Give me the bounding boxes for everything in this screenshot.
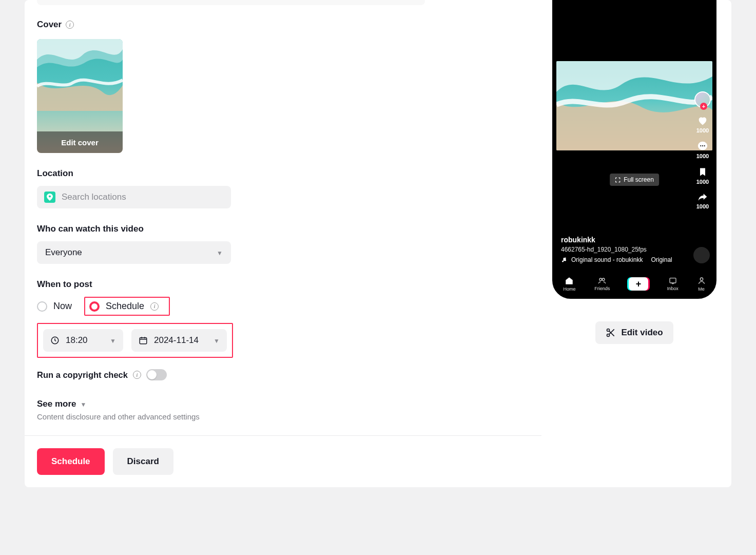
privacy-select[interactable]: Everyone ▼: [37, 241, 231, 264]
radio-option-schedule[interactable]: Schedule i: [89, 301, 159, 312]
bookmark-icon: [697, 166, 708, 178]
clock-icon: [50, 336, 60, 345]
info-icon[interactable]: i: [66, 21, 74, 29]
nav-me[interactable]: Me: [697, 276, 706, 292]
svg-point-6: [562, 261, 564, 262]
svg-point-4: [702, 145, 703, 146]
cover-label: Cover i: [37, 20, 529, 30]
video-preview-frame: [556, 61, 712, 150]
preview-username: robukinkk: [561, 236, 672, 244]
svg-rect-1: [140, 338, 147, 344]
chevron-down-icon: ▼: [214, 337, 220, 345]
radio-option-schedule-highlight: Schedule i: [84, 297, 170, 316]
heart-icon: [697, 115, 708, 126]
schedule-date-value: 2024-11-14: [154, 335, 199, 346]
phone-preview: + 1000 1000 1000 1000: [552, 0, 716, 299]
svg-point-7: [565, 260, 566, 261]
radio-schedule-label: Schedule: [106, 301, 144, 312]
see-more-label: See more: [37, 399, 76, 409]
info-icon[interactable]: i: [133, 371, 141, 379]
preview-filename: 4662765-hd_1920_1080_25fps: [561, 246, 672, 253]
profile-icon: [697, 276, 706, 285]
see-more-subtitle: Content disclosure and other advanced se…: [37, 412, 529, 421]
follow-plus-icon[interactable]: +: [700, 103, 707, 110]
svg-point-8: [599, 278, 602, 281]
comment-icon: [697, 141, 708, 152]
chevron-down-icon: ▼: [217, 250, 223, 257]
comment-stat[interactable]: 1000: [696, 141, 709, 159]
schedule-time-value: 18:20: [66, 335, 88, 346]
music-note-icon: [561, 257, 567, 263]
friends-icon: [597, 277, 607, 285]
privacy-label: Who can watch this video: [37, 224, 529, 234]
location-pin-icon: [44, 192, 55, 203]
svg-point-12: [607, 329, 610, 332]
bookmark-stat[interactable]: 1000: [696, 166, 709, 185]
location-search-input[interactable]: [37, 186, 231, 208]
schedule-time-select[interactable]: 18:20 ▼: [43, 329, 123, 352]
like-stat[interactable]: 1000: [696, 115, 709, 133]
nav-upload-button[interactable]: +: [629, 277, 648, 291]
home-icon: [565, 276, 574, 285]
svg-point-5: [704, 145, 705, 146]
phone-bottom-nav: Home Friends + Inbox Me: [554, 271, 715, 297]
fullscreen-button[interactable]: Full screen: [610, 174, 659, 186]
chevron-down-icon: ▼: [81, 401, 87, 408]
svg-point-13: [607, 334, 610, 337]
schedule-date-select[interactable]: 2024-11-14 ▼: [131, 329, 227, 352]
radio-now-label: Now: [53, 301, 72, 312]
chevron-down-icon: ▼: [110, 337, 116, 345]
caption-input-collapsed[interactable]: [37, 0, 425, 5]
share-icon: [697, 192, 708, 202]
location-input-field[interactable]: [62, 192, 224, 202]
radio-option-now[interactable]: Now: [37, 301, 72, 312]
svg-point-3: [700, 145, 701, 146]
nav-inbox[interactable]: Inbox: [667, 277, 679, 291]
preview-sound: Original sound - robukinkk Original: [561, 256, 672, 263]
cover-label-text: Cover: [37, 20, 62, 30]
share-stat[interactable]: 1000: [696, 192, 709, 209]
info-icon[interactable]: i: [150, 302, 159, 311]
radio-on-icon: [89, 301, 100, 312]
location-label: Location: [37, 168, 529, 179]
schedule-datetime-highlight: 18:20 ▼ 2024-11-14 ▼: [37, 323, 233, 358]
edit-cover-button[interactable]: Edit cover: [37, 131, 123, 153]
preview-avatar[interactable]: +: [694, 91, 711, 108]
calendar-icon: [139, 336, 148, 345]
divider: [25, 435, 541, 436]
privacy-selected-value: Everyone: [45, 247, 82, 258]
fullscreen-icon: [615, 177, 621, 183]
discard-button[interactable]: Discard: [113, 448, 173, 475]
svg-rect-10: [670, 278, 676, 283]
svg-point-9: [603, 278, 605, 281]
inbox-icon: [668, 277, 677, 285]
see-more-toggle[interactable]: See more ▼: [37, 399, 529, 409]
svg-point-11: [700, 278, 703, 280]
edit-video-button[interactable]: Edit video: [595, 321, 673, 344]
copyright-label: Run a copyright check: [37, 370, 128, 380]
sound-disc[interactable]: [693, 247, 710, 263]
nav-friends[interactable]: Friends: [594, 277, 610, 291]
radio-off-icon: [37, 301, 47, 312]
scissors-icon: [606, 328, 616, 338]
copyright-toggle[interactable]: [146, 369, 167, 380]
nav-home[interactable]: Home: [563, 276, 575, 292]
when-to-post-label: When to post: [37, 279, 529, 290]
cover-thumbnail[interactable]: Edit cover: [37, 39, 123, 153]
schedule-button[interactable]: Schedule: [37, 448, 105, 475]
